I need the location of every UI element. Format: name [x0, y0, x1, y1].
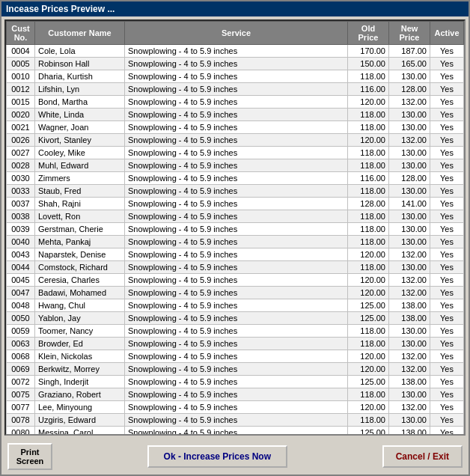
- cell-cust-name: Ceresia, Charles: [35, 274, 125, 287]
- table-row[interactable]: 0072Singh, InderjitSnowplowing - 4 to 5.…: [7, 376, 464, 388]
- cell-cust-no: 0075: [7, 388, 35, 401]
- table-row[interactable]: 0020White, LindaSnowplowing - 4 to 5.9 i…: [7, 109, 464, 121]
- table-row[interactable]: 0037Shah, RajniSnowplowing - 4 to 5.9 in…: [7, 198, 464, 210]
- cell-cust-name: Mehta, Pankaj: [35, 236, 125, 248]
- cell-active: Yes: [430, 109, 464, 121]
- table-row[interactable]: 0059Toomer, NancySnowplowing - 4 to 5.9 …: [7, 325, 464, 338]
- table-row[interactable]: 0044Comstock, RichardSnowplowing - 4 to …: [7, 261, 464, 274]
- cell-old-price: 118.00: [348, 414, 389, 427]
- table-row[interactable]: 0004Cole, LolaSnowplowing - 4 to 5.9 inc…: [7, 45, 464, 58]
- table-row[interactable]: 0068Klein, NickolasSnowplowing - 4 to 5.…: [7, 350, 464, 363]
- cell-old-price: 170.00: [348, 45, 389, 58]
- cell-new-price: 128.00: [389, 172, 430, 185]
- cell-cust-no: 0037: [7, 198, 35, 210]
- cell-cust-no: 0072: [7, 376, 35, 388]
- cell-cust-name: Lee, Minyoung: [35, 401, 125, 414]
- window-title: Incease Prices Preview ...: [6, 4, 115, 14]
- cell-active: Yes: [430, 414, 464, 427]
- cell-cust-name: Lifshin, Lyn: [35, 83, 125, 96]
- cell-cust-no: 0048: [7, 299, 35, 312]
- table-row[interactable]: 0033Staub, FredSnowplowing - 4 to 5.9 in…: [7, 185, 464, 198]
- table-row[interactable]: 0030ZimmersSnowplowing - 4 to 5.9 inches…: [7, 172, 464, 185]
- cell-service: Snowplowing - 4 to 5.9 inches: [125, 376, 348, 388]
- cell-active: Yes: [430, 210, 464, 223]
- table-row[interactable]: 0048Hwang, ChulSnowplowing - 4 to 5.9 in…: [7, 299, 464, 312]
- col-header-new-price: NewPrice: [389, 22, 430, 45]
- cell-service: Snowplowing - 4 to 5.9 inches: [125, 223, 348, 236]
- cell-service: Snowplowing - 4 to 5.9 inches: [125, 388, 348, 401]
- table-row[interactable]: 0005Robinson HallSnowplowing - 4 to 5.9 …: [7, 58, 464, 70]
- cell-active: Yes: [430, 236, 464, 248]
- ok-button[interactable]: Ok - Increase Prices Now: [147, 445, 287, 468]
- table-row[interactable]: 0043Naparstek, DeniseSnowplowing - 4 to …: [7, 248, 464, 261]
- cell-cust-no: 0015: [7, 96, 35, 109]
- cell-cust-name: Kivort, Stanley: [35, 134, 125, 147]
- cell-cust-name: Graziano, Robert: [35, 388, 125, 401]
- table-row[interactable]: 0077Lee, MinyoungSnowplowing - 4 to 5.9 …: [7, 401, 464, 414]
- cell-new-price: 132.00: [389, 287, 430, 299]
- table-row[interactable]: 0078Uzgiris, EdwardSnowplowing - 4 to 5.…: [7, 414, 464, 427]
- cell-old-price: 118.00: [348, 121, 389, 134]
- cell-cust-no: 0047: [7, 287, 35, 299]
- cell-old-price: 125.00: [348, 376, 389, 388]
- cell-new-price: 138.00: [389, 299, 430, 312]
- table-row[interactable]: 0040Mehta, PankajSnowplowing - 4 to 5.9 …: [7, 236, 464, 248]
- footer-left: PrintScreen: [7, 443, 52, 470]
- table-row[interactable]: 0010Dharia, KurtishSnowplowing - 4 to 5.…: [7, 70, 464, 83]
- cell-service: Snowplowing - 4 to 5.9 inches: [125, 185, 348, 198]
- prices-table: CustNo. Customer Name Service OldPrice N…: [6, 21, 464, 436]
- cell-cust-name: Messina, Carol: [35, 427, 125, 436]
- cell-cust-no: 0059: [7, 325, 35, 338]
- table-row[interactable]: 0069Berkwitz, MorreySnowplowing - 4 to 5…: [7, 363, 464, 376]
- table-row[interactable]: 0038Lovett, RonSnowplowing - 4 to 5.9 in…: [7, 210, 464, 223]
- cell-service: Snowplowing - 4 to 5.9 inches: [125, 58, 348, 70]
- table-row[interactable]: 0047Badawi, MohamedSnowplowing - 4 to 5.…: [7, 287, 464, 299]
- cell-old-price: 118.00: [348, 147, 389, 159]
- main-window: Incease Prices Preview ... CustNo. Custo…: [0, 0, 470, 476]
- table-row[interactable]: 0026Kivort, StanleySnowplowing - 4 to 5.…: [7, 134, 464, 147]
- cell-new-price: 138.00: [389, 312, 430, 325]
- col-header-service: Service: [125, 22, 348, 45]
- data-table-container[interactable]: CustNo. Customer Name Service OldPrice N…: [4, 19, 466, 436]
- cell-active: Yes: [430, 121, 464, 134]
- cell-old-price: 116.00: [348, 172, 389, 185]
- table-row[interactable]: 0050Yablon, JaySnowplowing - 4 to 5.9 in…: [7, 312, 464, 325]
- cell-cust-no: 0044: [7, 261, 35, 274]
- cell-old-price: 120.00: [348, 248, 389, 261]
- cell-new-price: 132.00: [389, 401, 430, 414]
- cell-new-price: 132.00: [389, 363, 430, 376]
- cell-old-price: 118.00: [348, 70, 389, 83]
- col-header-customer-name: Customer Name: [35, 22, 125, 45]
- table-row[interactable]: 0063Browder, EdSnowplowing - 4 to 5.9 in…: [7, 338, 464, 350]
- table-row[interactable]: 0028Muhl, EdwardSnowplowing - 4 to 5.9 i…: [7, 159, 464, 172]
- cell-active: Yes: [430, 299, 464, 312]
- table-row[interactable]: 0045Ceresia, CharlesSnowplowing - 4 to 5…: [7, 274, 464, 287]
- cell-service: Snowplowing - 4 to 5.9 inches: [125, 401, 348, 414]
- cell-service: Snowplowing - 4 to 5.9 inches: [125, 312, 348, 325]
- table-row[interactable]: 0075Graziano, RobertSnowplowing - 4 to 5…: [7, 388, 464, 401]
- cell-cust-no: 0068: [7, 350, 35, 363]
- table-row[interactable]: 0039Gerstman, CherieSnowplowing - 4 to 5…: [7, 223, 464, 236]
- table-row[interactable]: 0015Bond, MarthaSnowplowing - 4 to 5.9 i…: [7, 96, 464, 109]
- table-row[interactable]: 0012Lifshin, LynSnowplowing - 4 to 5.9 i…: [7, 83, 464, 96]
- table-row[interactable]: 0021Wagner, JoanSnowplowing - 4 to 5.9 i…: [7, 121, 464, 134]
- cell-cust-name: Badawi, Mohamed: [35, 287, 125, 299]
- cell-service: Snowplowing - 4 to 5.9 inches: [125, 121, 348, 134]
- title-bar: Incease Prices Preview ...: [1, 1, 469, 16]
- cancel-button[interactable]: Cancel / Exit: [382, 445, 463, 468]
- cell-new-price: 130.00: [389, 70, 430, 83]
- cell-active: Yes: [430, 172, 464, 185]
- cell-active: Yes: [430, 134, 464, 147]
- cell-service: Snowplowing - 4 to 5.9 inches: [125, 427, 348, 436]
- table-row[interactable]: 0080Messina, CarolSnowplowing - 4 to 5.9…: [7, 427, 464, 436]
- cell-cust-no: 0043: [7, 248, 35, 261]
- table-row[interactable]: 0027Cooley, MikeSnowplowing - 4 to 5.9 i…: [7, 147, 464, 159]
- cell-cust-name: Naparstek, Denise: [35, 248, 125, 261]
- cell-service: Snowplowing - 4 to 5.9 inches: [125, 172, 348, 185]
- cell-cust-no: 0027: [7, 147, 35, 159]
- cell-old-price: 120.00: [348, 350, 389, 363]
- cell-service: Snowplowing - 4 to 5.9 inches: [125, 45, 348, 58]
- print-screen-button[interactable]: PrintScreen: [7, 443, 52, 470]
- cell-service: Snowplowing - 4 to 5.9 inches: [125, 338, 348, 350]
- cell-service: Snowplowing - 4 to 5.9 inches: [125, 261, 348, 274]
